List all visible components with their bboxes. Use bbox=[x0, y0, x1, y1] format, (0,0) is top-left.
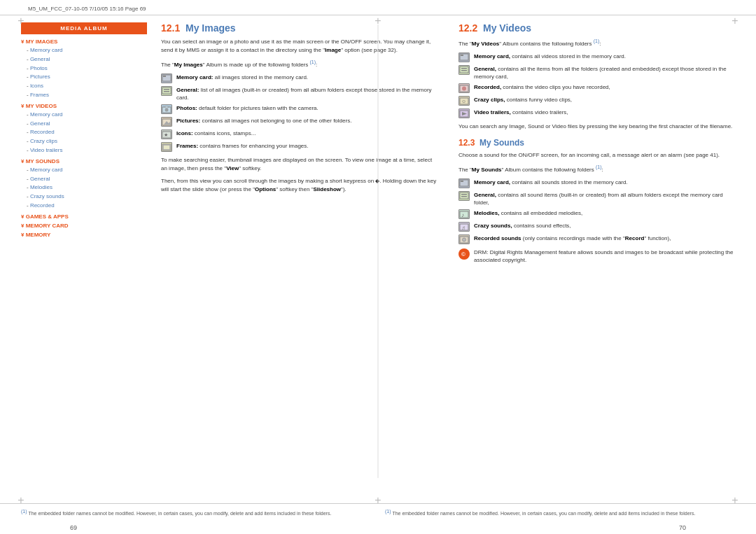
sidebar-item-icons[interactable]: Icons bbox=[21, 82, 147, 91]
icons-icon: ★ bbox=[161, 129, 172, 139]
video-folder-item-memory-card: Memory card, contains all videos stored … bbox=[458, 52, 735, 62]
folder-item-pictures: Pictures: contains all images not belong… bbox=[161, 117, 438, 127]
sidebar-item-memory-card-main[interactable]: ¥ MEMORY CARD bbox=[21, 223, 147, 229]
sidebar-item-melodies[interactable]: Melodies bbox=[21, 183, 147, 192]
sidebar-item-recorded-2[interactable]: Recorded bbox=[21, 202, 147, 211]
sound-folder-item-recorded: Recorded sounds (only contains recording… bbox=[458, 234, 735, 244]
sidebar-item-memory-card-3[interactable]: Memory card bbox=[21, 166, 147, 175]
crosshair-bl-icon: + bbox=[15, 495, 27, 506]
page-number-right: 70 bbox=[679, 524, 686, 531]
sound-folder-text-recorded: Recorded sounds (only contains recording… bbox=[474, 234, 735, 242]
svg-text:©: © bbox=[461, 251, 465, 258]
sidebar-item-pictures[interactable]: Pictures bbox=[21, 73, 147, 82]
sidebar-item-crazy-sounds[interactable]: Crazy sounds bbox=[21, 192, 147, 202]
svg-rect-15 bbox=[461, 55, 463, 56]
my-images-album-intro: The "My Images" Album is made up of the … bbox=[161, 59, 438, 69]
svg-text:♪: ♪ bbox=[461, 212, 464, 218]
section-title-my-videos: 12.2 My Videos bbox=[458, 22, 735, 34]
svg-rect-7 bbox=[165, 106, 168, 108]
video-general-icon bbox=[458, 65, 470, 75]
page-number-left: 69 bbox=[70, 524, 77, 531]
section-title-my-sounds: 12.3 My Sounds bbox=[458, 138, 735, 148]
section-number-12-3: 12.3 bbox=[458, 138, 475, 148]
sidebar-item-memory[interactable]: ¥ MEMORY bbox=[21, 232, 147, 238]
sound-folder-text-crazy-sounds: Crazy sounds, contains sound effects, bbox=[474, 222, 735, 230]
sound-folder-item-general: General, contains all sound items (built… bbox=[458, 191, 735, 206]
folder-item-icons: ★ Icons: contains icons, stamps... bbox=[161, 129, 438, 139]
sound-folder-text-melodies: Melodies, contains all embedded melodies… bbox=[474, 209, 735, 217]
sidebar-item-video-trailers[interactable]: Video trailers bbox=[21, 146, 147, 155]
svg-rect-18 bbox=[461, 70, 467, 71]
frames-icon bbox=[161, 142, 172, 152]
drm-note-text: DRM: Digital Rights Management feature a… bbox=[474, 248, 735, 264]
sidebar-item-general-3[interactable]: General bbox=[21, 175, 147, 184]
svg-rect-26 bbox=[461, 181, 463, 182]
video-folder-item-recorded: Recorded, contains the video clips you h… bbox=[458, 83, 735, 93]
video-recorded-icon bbox=[458, 83, 470, 93]
my-videos-intro: The "My Videos" Album contains the follo… bbox=[458, 38, 735, 48]
photos-icon bbox=[161, 104, 172, 114]
sidebar-item-general-1[interactable]: General bbox=[21, 55, 147, 64]
svg-rect-27 bbox=[460, 192, 468, 199]
right-content: 12.1 My Images You can select an image o… bbox=[161, 22, 735, 496]
memory-card-icon bbox=[161, 73, 172, 83]
folder-item-memory-card: Memory card: all images stored in the me… bbox=[161, 73, 438, 83]
sound-folder-text-memory-card: Memory card, contains all sounds stored … bbox=[474, 178, 735, 186]
folder-text-memory-card: Memory card: all images stored in the me… bbox=[176, 73, 438, 81]
sidebar-item-frames[interactable]: Frames bbox=[21, 91, 147, 100]
sidebar-item-games-apps[interactable]: ¥ GAMES & APPS bbox=[21, 213, 147, 220]
sidebar-item-memory-card-2[interactable]: Memory card bbox=[21, 111, 147, 120]
sound-melodies-icon: ♪ bbox=[458, 209, 470, 219]
folder-text-general: General: list of all images (built-in or… bbox=[176, 86, 438, 101]
my-images-para2: Then, from this view you can scroll thro… bbox=[161, 177, 438, 194]
nav-section-title-sounds: ¥ MY SOUNDS bbox=[21, 158, 147, 164]
my-sounds-folder-list: Memory card, contains all sounds stored … bbox=[458, 178, 735, 244]
footnote-right-text: The embedded folder names cannot be modi… bbox=[392, 511, 695, 516]
drm-icon: © bbox=[458, 248, 470, 260]
article-my-videos: 12.2 My Videos The "My Videos" Album con… bbox=[458, 22, 735, 496]
video-folder-item-trailers: Video trailers, contains video trailers, bbox=[458, 108, 735, 118]
sidebar-item-photos[interactable]: Photos bbox=[21, 64, 147, 73]
my-images-intro: You can select an image or a photo and u… bbox=[161, 38, 438, 55]
sound-folder-text-general: General, contains all sound items (built… bbox=[474, 191, 735, 206]
svg-rect-4 bbox=[164, 91, 169, 92]
sound-general-icon bbox=[458, 191, 470, 201]
video-folder-text-crazy: Crazy clips, contains funny video clips, bbox=[474, 96, 735, 104]
footnote-right-number: (1) bbox=[385, 509, 391, 514]
folder-text-icons: Icons: contains icons, stamps... bbox=[176, 129, 438, 137]
article-my-images: 12.1 My Images You can select an image o… bbox=[161, 22, 438, 496]
sound-crazy-sounds-icon: ♬ bbox=[458, 222, 470, 232]
nav-section-sounds: ¥ MY SOUNDS Memory card General Melodies… bbox=[21, 158, 147, 211]
footnote-left: (1) The embedded folder names cannot be … bbox=[21, 508, 371, 517]
my-images-para1: To make searching easier, thumbnail imag… bbox=[161, 156, 438, 173]
general-icon bbox=[161, 86, 172, 96]
svg-text:♬: ♬ bbox=[461, 225, 465, 231]
svg-text:★: ★ bbox=[164, 132, 168, 137]
crosshair-tr-icon: + bbox=[729, 15, 741, 27]
sidebar-item-memory-card-1[interactable]: Memory card bbox=[21, 46, 147, 55]
svg-rect-3 bbox=[164, 89, 169, 90]
folder-text-photos: Photos: default folder for pictures take… bbox=[176, 104, 438, 112]
drm-note-item: © DRM: Digital Rights Management feature… bbox=[458, 248, 735, 264]
sidebar-item-recorded-1[interactable]: Recorded bbox=[21, 128, 147, 137]
section-number-12-1: 12.1 bbox=[161, 22, 180, 34]
video-crazy-clips-icon: ☺ bbox=[458, 96, 470, 106]
sound-folder-item-crazy-sounds: ♬ Crazy sounds, contains sound effects, bbox=[458, 222, 735, 232]
folder-item-photos: Photos: default folder for pictures take… bbox=[161, 104, 438, 114]
video-trailers-icon bbox=[458, 108, 470, 118]
my-images-folder-list: Memory card: all images stored in the me… bbox=[161, 73, 438, 152]
sidebar-item-crazy-clips[interactable]: Crazy clips bbox=[21, 137, 147, 146]
footnote-left-number: (1) bbox=[21, 509, 27, 514]
svg-point-6 bbox=[165, 108, 169, 111]
sidebar: MEDIA ALBUM ¥ MY IMAGES Memory card Gene… bbox=[21, 22, 147, 496]
sidebar-item-general-2[interactable]: General bbox=[21, 120, 147, 129]
svg-rect-29 bbox=[461, 196, 467, 197]
nav-section-videos: ¥ MY VIDEOS Memory card General Recorded… bbox=[21, 103, 147, 155]
page-numbers: 69 70 bbox=[0, 521, 756, 534]
video-search-note: You can search any Image, Sound or Video… bbox=[458, 122, 735, 131]
sound-recorded-icon bbox=[458, 234, 470, 244]
svg-rect-28 bbox=[461, 194, 467, 195]
section-title-text-my-videos: My Videos bbox=[483, 22, 531, 34]
page-container: + + + + + + M5_UM_FCC_07-10-05 7/10/05 1… bbox=[0, 0, 756, 534]
my-sounds-album-intro: The "My Sounds" Album contains the follo… bbox=[458, 164, 735, 174]
